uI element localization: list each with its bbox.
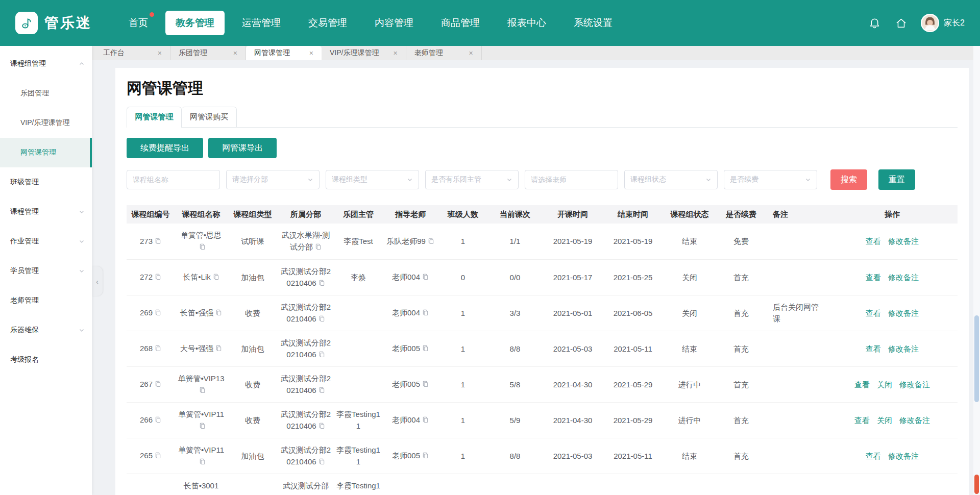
tab-workbench[interactable]: 工作台×: [95, 46, 170, 60]
close-link[interactable]: 关闭: [877, 416, 892, 425]
copy-icon[interactable]: [155, 307, 161, 319]
close-tab-icon[interactable]: ×: [233, 49, 237, 57]
view-link[interactable]: 查看: [866, 452, 881, 460]
sidebar-item-instrument-maintenance[interactable]: 乐器维保: [0, 315, 92, 345]
copy-icon[interactable]: [199, 385, 206, 397]
nav-item-transaction-admin[interactable]: 交易管理: [298, 11, 357, 35]
nav-item-report-center[interactable]: 报表中心: [497, 11, 556, 35]
reset-button[interactable]: 重置: [878, 169, 915, 190]
nav-item-product-admin[interactable]: 商品管理: [431, 11, 490, 35]
edit-remark-link[interactable]: 修改备注: [899, 416, 930, 425]
copy-icon[interactable]: [155, 379, 161, 390]
copy-icon[interactable]: [318, 278, 325, 289]
close-link[interactable]: 关闭: [877, 380, 892, 389]
close-tab-icon[interactable]: ×: [469, 49, 473, 57]
copy-icon[interactable]: [422, 307, 429, 319]
edit-remark-link[interactable]: 修改备注: [888, 309, 919, 317]
sidebar-item-vip-theory-course-mgmt[interactable]: VIP/乐理课管理: [0, 108, 92, 138]
copy-icon[interactable]: [155, 414, 161, 426]
copy-icon[interactable]: [155, 343, 161, 355]
edit-remark-link[interactable]: 修改备注: [888, 344, 919, 353]
copy-icon[interactable]: [318, 349, 325, 361]
copy-icon[interactable]: [199, 420, 206, 432]
sidebar-item-band-mgmt[interactable]: 乐团管理: [0, 79, 92, 108]
copy-icon[interactable]: [155, 236, 161, 247]
copy-icon[interactable]: [215, 307, 222, 319]
filter-has-band-manager-select[interactable]: 是否有乐团主管: [425, 170, 519, 189]
user-name[interactable]: 家长2: [944, 18, 965, 29]
filter-teacher-field[interactable]: [531, 176, 612, 184]
sidebar-item-class-mgmt[interactable]: 班级管理: [0, 167, 92, 197]
copy-icon[interactable]: [155, 271, 161, 283]
col-header-group-name: 课程组名称: [175, 205, 228, 224]
view-link[interactable]: 查看: [866, 344, 881, 353]
close-tab-icon[interactable]: ×: [393, 49, 397, 57]
copy-icon[interactable]: [315, 241, 322, 253]
tab-teacher-mgmt[interactable]: 老师管理×: [406, 46, 482, 60]
filter-course-group-name-input[interactable]: [127, 170, 220, 189]
sidebar-item-student-mgmt[interactable]: 学员管理: [0, 256, 92, 286]
renewal-reminder-export-button[interactable]: 续费提醒导出: [127, 138, 203, 158]
avatar[interactable]: [921, 14, 939, 32]
tab-vip-theory-course-mgmt[interactable]: VIP/乐理课管理×: [322, 46, 406, 60]
copy-icon[interactable]: [422, 414, 429, 426]
view-link[interactable]: 查看: [866, 273, 881, 282]
brand-logo[interactable]: 管乐迷: [15, 12, 92, 34]
copy-icon[interactable]: [422, 343, 429, 355]
filter-course-group-type-select[interactable]: 课程组类型: [326, 170, 419, 189]
search-button[interactable]: 搜索: [830, 169, 867, 190]
copy-icon[interactable]: [422, 271, 429, 283]
home-icon[interactable]: [894, 16, 908, 30]
copy-icon[interactable]: [199, 456, 206, 468]
edit-remark-link[interactable]: 修改备注: [888, 452, 919, 460]
copy-icon[interactable]: [422, 450, 429, 462]
nav-item-academic-admin[interactable]: 教务管理: [165, 11, 225, 35]
edit-remark-link[interactable]: 修改备注: [899, 380, 930, 389]
copy-icon[interactable]: [215, 343, 222, 355]
view-link[interactable]: 查看: [854, 416, 870, 425]
copy-icon[interactable]: [199, 241, 206, 253]
filter-branch-select[interactable]: 请选择分部: [226, 170, 320, 189]
vertical-scrollbar[interactable]: [973, 46, 980, 495]
scrollbar-thumb[interactable]: [974, 315, 979, 402]
subtab-online-course-purchase[interactable]: 网管课购买: [182, 107, 237, 127]
sidebar-item-course-group-mgmt[interactable]: 课程组管理: [0, 49, 92, 79]
view-link[interactable]: 查看: [854, 380, 870, 389]
sidebar-collapse-handle[interactable]: ‹: [92, 266, 103, 296]
cell-band-manager: 李焕: [334, 259, 383, 295]
copy-icon[interactable]: [213, 271, 219, 283]
filter-course-group-name-field[interactable]: [133, 176, 214, 184]
filter-course-group-status-select[interactable]: 课程组状态: [624, 170, 718, 189]
copy-icon[interactable]: [318, 456, 325, 468]
nav-item-content-admin[interactable]: 内容管理: [364, 11, 424, 35]
copy-icon[interactable]: [318, 313, 325, 325]
edit-remark-link[interactable]: 修改备注: [888, 237, 919, 245]
cell-value: 老师004: [392, 415, 420, 424]
filter-renewal-select[interactable]: 是否续费: [724, 170, 817, 189]
copy-icon[interactable]: [155, 450, 161, 462]
subtab-online-course-mgmt[interactable]: 网管课管理: [127, 107, 182, 127]
copy-icon[interactable]: [422, 379, 429, 390]
sidebar-item-online-course-mgmt[interactable]: 网管课管理: [0, 138, 92, 167]
sidebar-item-exam-registration[interactable]: 考级报名: [0, 345, 92, 375]
sidebar-item-homework-mgmt[interactable]: 作业管理: [0, 227, 92, 256]
bell-icon[interactable]: [868, 16, 881, 30]
copy-icon[interactable]: [318, 385, 325, 397]
view-link[interactable]: 查看: [866, 237, 881, 245]
nav-item-home[interactable]: 首页: [118, 11, 158, 35]
filter-teacher-input[interactable]: [525, 170, 618, 189]
scrollbar-thumb-bottom[interactable]: [974, 475, 979, 494]
copy-icon[interactable]: [318, 420, 325, 432]
online-course-export-button[interactable]: 网管课导出: [208, 138, 277, 158]
close-tab-icon[interactable]: ×: [158, 49, 162, 57]
tab-online-course-mgmt[interactable]: 网管课管理×: [246, 46, 322, 60]
copy-icon[interactable]: [428, 236, 434, 247]
sidebar-item-teacher-mgmt[interactable]: 老师管理: [0, 286, 92, 315]
view-link[interactable]: 查看: [866, 309, 881, 317]
close-tab-icon[interactable]: ×: [309, 49, 313, 57]
nav-item-operations-admin[interactable]: 运营管理: [232, 11, 291, 35]
nav-item-system-settings[interactable]: 系统设置: [564, 11, 623, 35]
edit-remark-link[interactable]: 修改备注: [888, 273, 919, 282]
sidebar-item-course-mgmt[interactable]: 课程管理: [0, 197, 92, 227]
tab-band-mgmt[interactable]: 乐团管理×: [170, 46, 246, 60]
